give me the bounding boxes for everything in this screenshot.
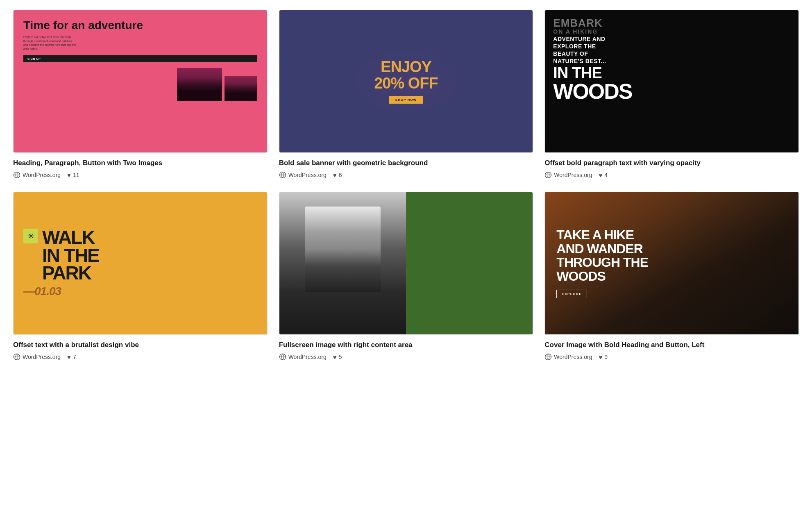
card-1-meta: WordPress.org ♥ 11	[13, 171, 268, 179]
heart-icon-5: ♥	[333, 354, 337, 361]
card-1-source: WordPress.org	[13, 171, 61, 179]
heart-icon-4: ♥	[67, 354, 71, 361]
card-3-likes: ♥ 4	[599, 172, 608, 179]
card-4-likes: ♥ 7	[67, 354, 76, 361]
card-3: EMBARK ON A HIKING ADVENTURE AND EXPLORE…	[544, 10, 799, 179]
card-6-source-label: WordPress.org	[554, 354, 592, 360]
card-6: TAKE A HIKEAND WANDERTHROUGH THEWOODS EX…	[544, 192, 799, 361]
card-3-line2: ON A HIKING	[553, 28, 790, 35]
card-1-image-2	[225, 76, 257, 101]
card-3-line5: BEAUTY OF	[553, 50, 790, 57]
card-6-likes: ♥ 9	[599, 354, 608, 361]
card-1-title: Heading, Paragraph, Button with Two Imag…	[13, 159, 268, 168]
card-3-source-label: WordPress.org	[554, 172, 592, 178]
card-4-preview[interactable]: ✳ WALKIN THEPARK —01.03	[13, 192, 268, 335]
heart-icon-3: ♥	[599, 172, 602, 179]
card-5-title: Fullscreen image with right content area	[279, 340, 533, 350]
card-6-preview[interactable]: TAKE A HIKEAND WANDERTHROUGH THEWOODS EX…	[544, 192, 799, 335]
card-3-line3: ADVENTURE AND	[553, 36, 790, 42]
card-6-likes-count: 9	[604, 354, 608, 360]
card-4-source-label: WordPress.org	[23, 354, 61, 360]
card-4-star: ✳	[23, 229, 38, 243]
card-5-meta: WordPress.org ♥ 5	[279, 353, 533, 361]
card-3-line8: WOODS	[553, 81, 790, 102]
wordpress-icon-4	[13, 353, 20, 361]
wordpress-icon-6	[544, 353, 552, 361]
card-5-source-label: WordPress.org	[288, 354, 327, 360]
card-3-preview[interactable]: EMBARK ON A HIKING ADVENTURE AND EXPLORE…	[544, 10, 799, 153]
wordpress-icon-5	[279, 353, 286, 361]
card-6-button: EXPLORE	[556, 290, 587, 298]
card-5-photo	[279, 192, 406, 334]
card-2-preview[interactable]: ENJOY20% OFF SHOP NOW	[279, 10, 533, 153]
card-2-source: WordPress.org	[279, 171, 327, 179]
card-1-preview[interactable]: Time for an adventure Explore our networ…	[13, 10, 268, 153]
card-3-line1: EMBARK	[553, 18, 790, 28]
card-4-title: Offset text with a brutalist design vibe	[13, 340, 268, 350]
card-1: Time for an adventure Explore our networ…	[13, 10, 268, 179]
card-2-button: SHOP NOW	[389, 96, 423, 104]
card-3-meta: WordPress.org ♥ 4	[544, 171, 799, 179]
card-5: Fullscreen image with right content area…	[279, 192, 533, 361]
card-6-title: Cover Image with Bold Heading and Button…	[544, 340, 799, 350]
card-6-meta: WordPress.org ♥ 9	[544, 353, 799, 361]
card-6-heading: TAKE A HIKEAND WANDERTHROUGH THEWOODS	[556, 228, 787, 283]
card-6-source: WordPress.org	[544, 353, 592, 361]
card-1-likes-count: 11	[73, 172, 79, 178]
card-3-source: WordPress.org	[544, 171, 592, 179]
wordpress-icon	[13, 171, 20, 179]
card-5-likes-count: 5	[339, 354, 342, 360]
card-2-likes: ♥ 6	[333, 172, 342, 179]
card-2-source-label: WordPress.org	[288, 172, 327, 178]
card-4-date: —01.03	[23, 285, 257, 298]
card-3-likes-count: 4	[604, 172, 608, 178]
card-2-heading: ENJOY20% OFF	[374, 59, 438, 92]
wordpress-icon-2	[279, 171, 286, 179]
card-5-green	[406, 192, 533, 334]
card-4-source: WordPress.org	[13, 353, 61, 361]
card-1-button: SIGN UP	[23, 55, 257, 62]
card-1-subtext: Explore our network of trails that lead …	[23, 35, 77, 51]
card-5-preview[interactable]	[279, 192, 533, 335]
wordpress-icon-3	[544, 171, 552, 179]
card-1-likes: ♥ 11	[67, 172, 79, 179]
card-2-likes-count: 6	[339, 172, 342, 178]
card-4-likes-count: 7	[73, 354, 76, 360]
card-1-heading: Time for an adventure	[23, 19, 257, 32]
card-1-source-label: WordPress.org	[23, 172, 61, 178]
card-3-line7: IN THE	[553, 65, 790, 81]
heart-icon-2: ♥	[333, 172, 337, 179]
card-1-images	[177, 68, 257, 101]
card-3-line6: NATURE'S BEST...	[553, 58, 790, 64]
card-3-title: Offset bold paragraph text with varying …	[544, 159, 799, 168]
card-3-line4: EXPLORE THE	[553, 43, 790, 50]
heart-icon-6: ♥	[599, 354, 602, 361]
card-2: ENJOY20% OFF SHOP NOW Bold sale banner w…	[279, 10, 533, 179]
pattern-grid: Time for an adventure Explore our networ…	[13, 10, 799, 361]
card-5-likes: ♥ 5	[333, 354, 342, 361]
card-4-walk: WALKIN THEPARK	[42, 229, 99, 282]
card-2-title: Bold sale banner with geometric backgrou…	[279, 159, 533, 168]
card-2-meta: WordPress.org ♥ 6	[279, 171, 533, 179]
card-4: ✳ WALKIN THEPARK —01.03 Offset text with…	[13, 192, 268, 361]
heart-icon-1: ♥	[67, 172, 71, 179]
card-1-image-1	[177, 68, 222, 101]
card-4-meta: WordPress.org ♥ 7	[13, 353, 268, 361]
card-5-source: WordPress.org	[279, 353, 327, 361]
